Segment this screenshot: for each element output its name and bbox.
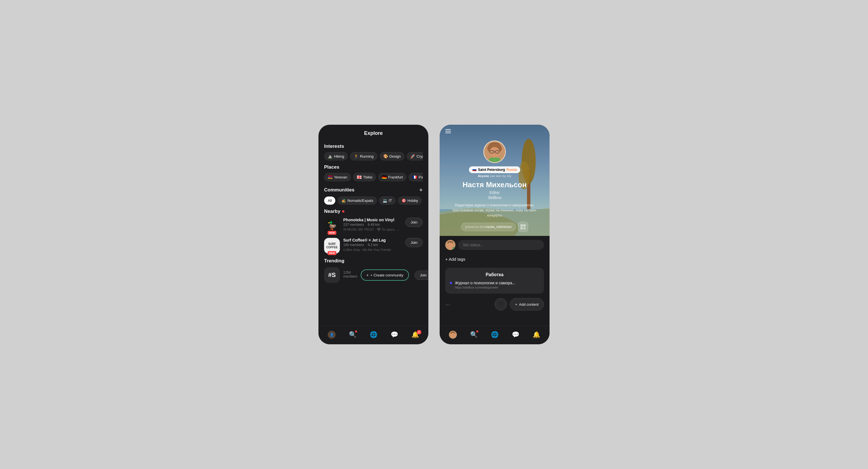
nearby-header: Nearby (324, 209, 423, 214)
profile-globe-icon: 🌐 (491, 331, 499, 338)
community-card-surf: SURFCOFFEE NEW Surf Coffee® × Jet Lag 19… (324, 238, 423, 254)
hamburger-line-3 (445, 133, 451, 133)
filter-hobby[interactable]: 🎯Hobby (398, 197, 422, 205)
chip-crypto-label: Crypto (416, 154, 423, 159)
join-surf-button[interactable]: Join (405, 238, 423, 247)
russia-flag: 🇷🇺 (472, 168, 476, 172)
like-button[interactable]: ♡ (495, 298, 507, 310)
nav-avatar[interactable]: 👤 (326, 330, 338, 340)
nearby-online-dot (342, 210, 344, 212)
qr-button[interactable] (518, 222, 528, 232)
crypto-icon: 🚀 (410, 154, 415, 159)
work-url: https://skillbox.ru/media/growth/ (455, 286, 516, 289)
hamburger-line-1 (445, 129, 451, 130)
trending-avatar-label: #S (328, 271, 336, 279)
nearby-title: Nearby (324, 209, 340, 214)
svg-rect-15 (524, 225, 525, 226)
profile-nav-chat[interactable]: 💬 (509, 330, 522, 339)
chip-yerevan[interactable]: 🇦🇲Yerevan (324, 173, 351, 181)
work-details: Журнал о психологии и самора... https://… (455, 281, 516, 289)
profile-body: + Add tags Работка Журнал о психологии и… (440, 236, 550, 326)
profile-phone: 🇷🇺 Saint Petersburg Russia Anyone can se… (440, 125, 550, 344)
search-dot (355, 331, 357, 332)
profile-nav-globe[interactable]: 🌐 (489, 330, 501, 339)
svg-rect-18 (524, 228, 524, 228)
explore-title: Explore (318, 125, 428, 140)
svg-point-8 (490, 147, 500, 158)
chip-running-label: Running (360, 154, 373, 159)
location-city: Saint Petersburg (478, 168, 505, 172)
chat-icon: 💬 (391, 331, 398, 338)
create-community-button[interactable]: + + Create community (361, 269, 409, 281)
add-tags-button[interactable]: + Add tags (445, 254, 465, 264)
chip-design[interactable]: 🎨Design (380, 152, 404, 161)
trending-avatar: #S (324, 267, 340, 283)
profile-nav-face (449, 331, 457, 339)
profile-screen: 🇷🇺 Saint Petersburg Russia Anyone can se… (440, 125, 550, 344)
card-buttons: ♡ + Add content (495, 298, 544, 310)
link-domain: presence.bio/ (465, 225, 486, 229)
hiking-icon: ⛰️ (328, 154, 333, 159)
places-title: Places (324, 164, 423, 170)
add-content-label: Add content (519, 302, 538, 307)
work-section-card: Работка Журнал о психологии и самора... … (445, 268, 544, 294)
profile-link[interactable]: presence.bio/nastia_mikhelson (461, 223, 516, 231)
running-icon: 🏃 (354, 154, 359, 159)
explore-scroll-area: Interests ⛰️Hiking 🏃Running 🎨Design 🚀Cry… (318, 140, 428, 326)
status-row (445, 240, 544, 250)
trending-info: 1254 members (343, 271, 358, 279)
add-tags-label: + Add tags (445, 257, 465, 262)
profile-search-dot (476, 331, 478, 332)
nav-search[interactable]: 🔍 (347, 330, 359, 339)
add-content-button[interactable]: + Add content (510, 298, 544, 310)
nav-chat[interactable]: 💬 (389, 330, 400, 339)
community-info-surf: Surf Coffee® × Jet Lag 195 members 9.2 k… (343, 238, 402, 252)
profile-nav-bell[interactable]: 🔔 (530, 330, 542, 339)
svg-rect-13 (521, 225, 522, 226)
link-path: nastia_mikhelson (486, 225, 512, 229)
profile-nav-search[interactable]: 🔍 (468, 330, 480, 339)
status-mini-avatar (445, 240, 456, 250)
chip-crypto[interactable]: 🚀Crypto (407, 152, 423, 161)
trending-title: Trending (324, 258, 423, 264)
svg-rect-17 (521, 228, 522, 229)
profile-bio: Редактирую журнал о психологии и самораз… (452, 203, 537, 218)
filter-all[interactable]: All (324, 197, 335, 205)
profile-avatar (483, 140, 506, 163)
filter-it[interactable]: 💻IT (379, 197, 396, 205)
join-phonoteka-button[interactable]: Join (405, 217, 423, 227)
chip-hiking[interactable]: ⛰️Hiking (324, 152, 348, 161)
community-info-phonoteka: Phonoteka | Music on Vinyl 237 members 8… (343, 217, 402, 231)
new-badge-surf: NEW (328, 251, 337, 255)
community-name-surf: Surf Coffee® × Jet Lag (343, 238, 402, 242)
chip-frankfurt[interactable]: 🇩🇪Frankfurt (378, 173, 406, 181)
chip-running[interactable]: 🏃Running (350, 152, 377, 161)
svg-point-27 (451, 333, 455, 338)
surf-logo: SURFCOFFEE (327, 242, 338, 249)
chip-tbilisi[interactable]: 🇬🇪Tbilisi (353, 173, 376, 181)
profile-content: 🇷🇺 Saint Petersburg Russia Anyone can se… (440, 138, 550, 236)
card-actions: ··· ♡ + Add content (445, 298, 544, 310)
nav-bell[interactable]: 🔔 2 (409, 330, 421, 339)
hamburger-menu[interactable] (445, 129, 451, 133)
bottom-nav-left: 👤 🔍 🌐 💬 🔔 2 (318, 326, 428, 344)
interests-title: Interests (324, 143, 423, 149)
join-trending-button[interactable]: Join (414, 271, 428, 280)
location-country: Russia (506, 168, 517, 172)
profile-bell-icon: 🔔 (533, 331, 540, 338)
globe-icon: 🌐 (370, 331, 377, 338)
more-options-button[interactable]: ··· (445, 301, 450, 308)
filter-nomads[interactable]: 🏕️Nomads/Expats (338, 197, 377, 205)
add-community-button[interactable]: + (419, 187, 423, 194)
chip-paris[interactable]: 🇫🇷Paris (409, 173, 423, 181)
nav-globe[interactable]: 🌐 (368, 330, 380, 339)
community-desc-phonoteka: IN MUSIC WE TRUST · 🖤 Ты здесь, чтобы зн… (343, 228, 400, 231)
communities-header: Communities + (324, 187, 423, 194)
profile-nav-avatar[interactable] (447, 330, 459, 340)
online-indicator (453, 247, 455, 250)
status-input[interactable] (458, 240, 544, 250)
trending-card: #S 1254 members + + Create community Joi… (324, 267, 423, 283)
bell-badge: 2 (417, 330, 421, 334)
community-avatar-wrap-phonoteka: 🦆 NEW (324, 217, 340, 233)
profile-company: Skillbox (488, 195, 501, 200)
